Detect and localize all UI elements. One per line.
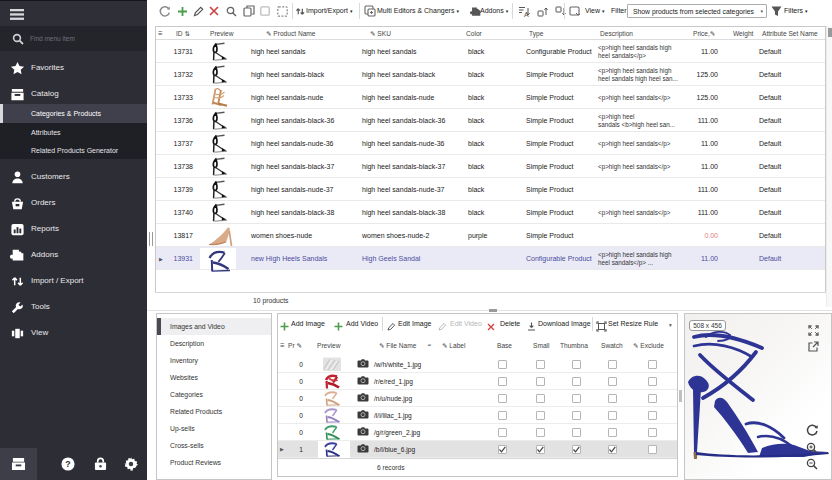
svg-text:?: ? [65, 459, 70, 469]
